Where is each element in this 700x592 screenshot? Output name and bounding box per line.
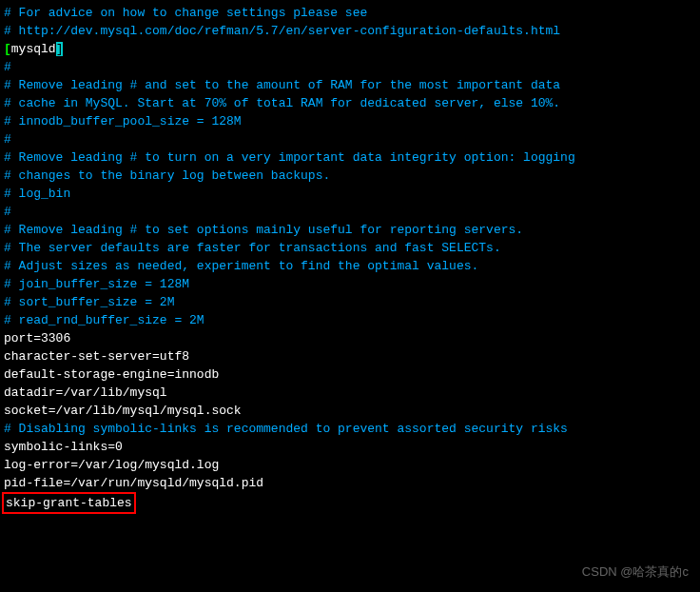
config-line-datadir: datadir=/var/lib/mysql bbox=[4, 384, 696, 402]
config-comment: # bbox=[4, 58, 696, 76]
section-header: [mysqld] bbox=[4, 40, 696, 58]
config-comment: # Remove leading # and set to the amount… bbox=[4, 76, 696, 94]
config-comment: # For advice on how to change settings p… bbox=[4, 4, 696, 22]
config-line-engine: default-storage-engine=innodb bbox=[4, 365, 696, 384]
config-line-charset: character-set-server=utf8 bbox=[4, 347, 696, 365]
config-comment: # changes to the binary log between back… bbox=[4, 167, 696, 185]
config-comment: # bbox=[4, 130, 696, 148]
config-comment: # The server defaults are faster for tra… bbox=[4, 239, 696, 257]
config-line-skipgrant: skip-grant-tables bbox=[4, 492, 696, 514]
config-comment: # bbox=[4, 203, 696, 221]
section-name: mysqld bbox=[11, 42, 56, 56]
bracket-close-icon: ] bbox=[56, 42, 64, 56]
config-line-symlinks: symbolic-links=0 bbox=[4, 438, 696, 456]
config-comment: # sort_buffer_size = 2M bbox=[4, 293, 696, 311]
terminal-editor[interactable]: # For advice on how to change settings p… bbox=[4, 4, 696, 514]
config-comment: # join_buffer_size = 128M bbox=[4, 275, 696, 293]
config-comment: # Disabling symbolic-links is recommende… bbox=[4, 420, 696, 438]
config-comment: # innodb_buffer_pool_size = 128M bbox=[4, 112, 696, 130]
config-comment: # Adjust sizes as needed, experiment to … bbox=[4, 257, 696, 275]
config-line-socket: socket=/var/lib/mysql/mysql.sock bbox=[4, 402, 696, 420]
config-comment: # http://dev.mysql.com/doc/refman/5.7/en… bbox=[4, 22, 696, 40]
config-line-pidfile: pid-file=/var/run/mysqld/mysqld.pid bbox=[4, 474, 696, 492]
watermark-text: CSDN @哈茶真的c bbox=[582, 562, 689, 581]
highlighted-directive: skip-grant-tables bbox=[2, 492, 136, 514]
config-comment: # Remove leading # to turn on a very imp… bbox=[4, 148, 696, 167]
config-comment: # log_bin bbox=[4, 185, 696, 203]
config-comment: # read_rnd_buffer_size = 2M bbox=[4, 311, 696, 329]
config-comment: # Remove leading # to set options mainly… bbox=[4, 221, 696, 239]
bracket-open-icon: [ bbox=[4, 42, 11, 56]
config-line-logerror: log-error=/var/log/mysqld.log bbox=[4, 456, 696, 474]
config-comment: # cache in MySQL. Start at 70% of total … bbox=[4, 94, 696, 112]
config-line-port: port=3306 bbox=[4, 329, 696, 347]
